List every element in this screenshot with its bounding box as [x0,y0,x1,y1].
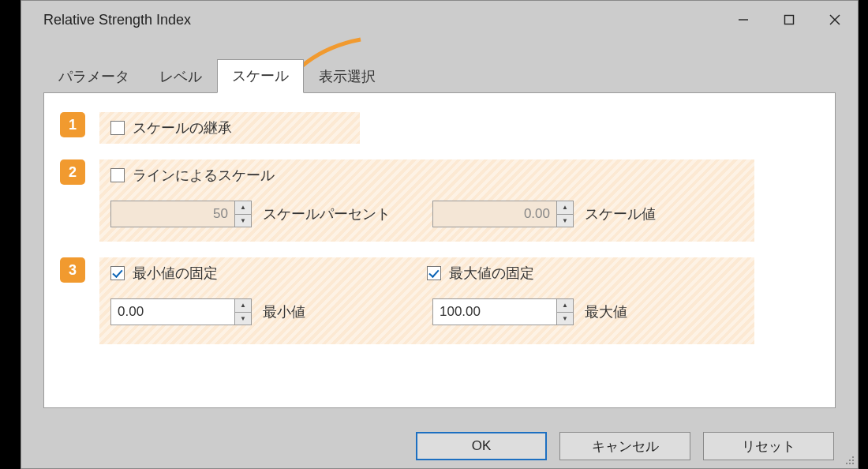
section-inherit-scale: 1 スケールの継承 [60,112,819,144]
scale-by-line-checkbox[interactable] [110,168,125,182]
fix-max-label: 最大値の固定 [449,264,534,283]
tab-content: 1 スケールの継承 2 ラインによるスケール [43,92,836,408]
fix-max-checkbox[interactable] [427,266,441,280]
max-value-label: 最大値 [585,302,627,321]
max-value-spinner[interactable]: ▲ ▼ [432,298,574,325]
scale-percent-spinner[interactable]: ▲ ▼ [110,201,252,227]
tab-bar: パラメータ レベル スケール 表示選択 [43,59,858,92]
min-value-input[interactable] [111,299,234,325]
min-value-up[interactable]: ▲ [235,299,251,313]
fix-min-checkbox[interactable] [110,266,125,280]
minimize-icon [738,14,749,25]
minimize-button[interactable] [720,1,766,39]
max-value-input[interactable] [433,299,556,325]
window-title: Relative Strength Index [43,12,720,28]
inherit-scale-checkbox[interactable] [110,121,125,135]
scale-value-label: スケール値 [585,204,656,223]
inherit-scale-row[interactable]: スケールの継承 [110,118,349,137]
ok-button[interactable]: OK [416,432,547,460]
inherit-scale-label: スケールの継承 [133,118,232,137]
badge-1: 1 [60,112,85,137]
scale-percent-input[interactable] [111,201,234,227]
scale-value-up[interactable]: ▲ [557,201,573,215]
scale-value-input[interactable] [433,201,556,227]
section-fix-minmax: 3 最小値の固定 最大値の固定 [60,257,819,344]
section-scale-by-line: 2 ラインによるスケール ▲ ▼ スケ [60,159,819,242]
scale-value-down[interactable]: ▼ [557,215,573,227]
fix-min-row[interactable]: 最小値の固定 [110,264,218,283]
max-value-up[interactable]: ▲ [557,299,573,313]
tab-parameters[interactable]: パラメータ [43,60,144,93]
svg-rect-1 [785,16,794,24]
fix-max-row[interactable]: 最大値の固定 [427,264,534,283]
resize-grip-icon[interactable] [845,456,856,467]
scale-by-line-inputs: ▲ ▼ スケールパーセント ▲ ▼ [110,201,743,227]
highlight-2: ラインによるスケール ▲ ▼ スケールパーセント [99,159,754,242]
cancel-button[interactable]: キャンセル [559,432,690,460]
min-value-label: 最小値 [263,302,305,321]
scale-value-spinner[interactable]: ▲ ▼ [432,201,574,227]
scale-by-line-row[interactable]: ラインによるスケール [110,166,743,185]
min-value-down[interactable]: ▼ [235,313,251,325]
close-button[interactable] [812,1,858,39]
window-controls [720,1,858,39]
scale-percent-label: スケールパーセント [263,204,391,223]
close-icon [829,13,841,26]
tab-levels[interactable]: レベル [144,60,217,93]
titlebar: Relative Strength Index [21,1,858,39]
scale-by-line-label: ラインによるスケール [133,166,275,185]
badge-2: 2 [60,159,85,185]
highlight-1: スケールの継承 [99,112,360,144]
dialog-footer: OK キャンセル リセット [416,432,834,460]
fix-minmax-inputs: ▲ ▼ 最小値 ▲ ▼ [110,298,743,325]
reset-button[interactable]: リセット [703,432,834,460]
max-value-down[interactable]: ▼ [557,313,573,325]
fix-min-label: 最小値の固定 [133,264,218,283]
tab-scale[interactable]: スケール [217,59,304,93]
dialog-window: Relative Strength Index パラメータ レベル スケール 表… [21,0,859,469]
maximize-icon [784,14,795,25]
scale-percent-down[interactable]: ▼ [235,215,251,227]
maximize-button[interactable] [766,1,812,39]
badge-3: 3 [60,257,85,283]
tab-display[interactable]: 表示選択 [304,60,391,93]
min-value-spinner[interactable]: ▲ ▼ [110,298,252,325]
highlight-3: 最小値の固定 最大値の固定 [99,257,754,344]
scale-percent-up[interactable]: ▲ [235,201,251,215]
